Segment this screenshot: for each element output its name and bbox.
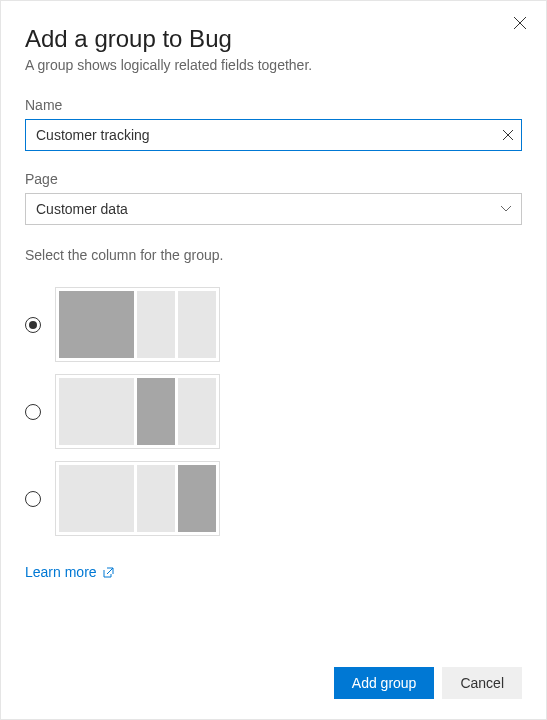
column-layout-2[interactable]: [55, 374, 220, 449]
external-link-icon: [103, 567, 114, 578]
layout-column: [137, 378, 175, 445]
page-select-wrapper: Customer data: [25, 193, 522, 225]
name-label: Name: [25, 97, 522, 113]
clear-name-button[interactable]: [502, 129, 514, 141]
layout-column: [59, 378, 134, 445]
learn-more-label: Learn more: [25, 564, 97, 580]
page-label: Page: [25, 171, 522, 187]
cancel-button[interactable]: Cancel: [442, 667, 522, 699]
column-instruction: Select the column for the group.: [25, 247, 522, 263]
layout-column: [137, 465, 175, 532]
column-options: [25, 287, 522, 536]
dialog-footer: Add group Cancel: [25, 655, 522, 699]
close-icon: [502, 129, 514, 141]
column-layout-1[interactable]: [55, 287, 220, 362]
spacer: [25, 580, 522, 655]
column-option-3: [25, 461, 522, 536]
layout-column: [59, 291, 134, 358]
dialog-subtitle: A group shows logically related fields t…: [25, 57, 522, 73]
close-icon: [513, 16, 527, 30]
name-input-wrapper: [25, 119, 522, 151]
column-layout-3[interactable]: [55, 461, 220, 536]
layout-column: [137, 291, 175, 358]
layout-column: [178, 465, 216, 532]
column-radio-3[interactable]: [25, 491, 41, 507]
layout-column: [178, 291, 216, 358]
page-select[interactable]: Customer data: [25, 193, 522, 225]
name-input[interactable]: [25, 119, 522, 151]
add-group-dialog: Add a group to Bug A group shows logical…: [1, 1, 546, 719]
add-group-button[interactable]: Add group: [334, 667, 435, 699]
column-option-1: [25, 287, 522, 362]
column-option-2: [25, 374, 522, 449]
close-button[interactable]: [512, 15, 528, 31]
learn-more-link[interactable]: Learn more: [25, 564, 522, 580]
dialog-title: Add a group to Bug: [25, 25, 522, 53]
column-radio-2[interactable]: [25, 404, 41, 420]
layout-column: [178, 378, 216, 445]
page-select-value: Customer data: [36, 201, 128, 217]
layout-column: [59, 465, 134, 532]
column-radio-1[interactable]: [25, 317, 41, 333]
